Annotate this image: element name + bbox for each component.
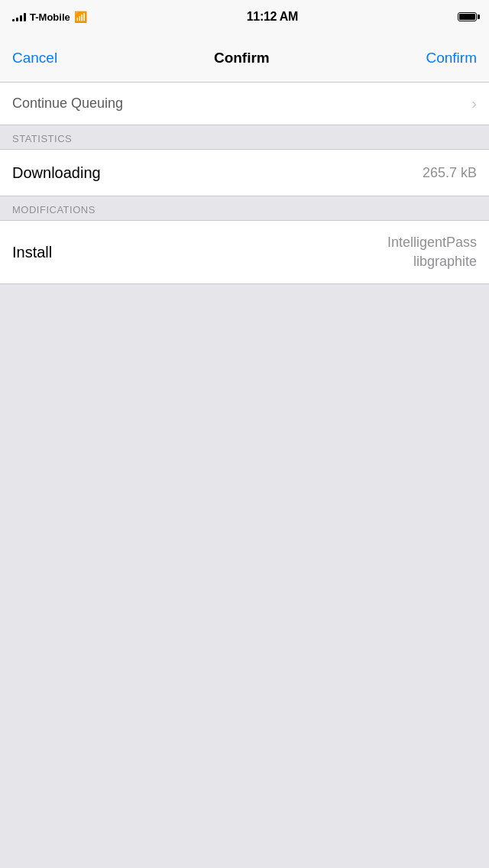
- chevron-right-icon: ›: [471, 95, 477, 112]
- status-bar: T-Mobile 📶 11:12 AM: [0, 0, 489, 34]
- statistics-table: Downloading 265.7 kB: [0, 149, 489, 196]
- confirm-button[interactable]: Confirm: [426, 50, 477, 66]
- install-value-2: libgraphite: [387, 252, 477, 271]
- continue-queuing-row[interactable]: Continue Queuing ›: [0, 83, 489, 125]
- statistics-section-header: STATISTICS: [0, 125, 489, 149]
- modifications-table: Install IntelligentPass libgraphite: [0, 220, 489, 284]
- time-display: 11:12 AM: [247, 10, 298, 24]
- nav-bar: Cancel Confirm Confirm: [0, 34, 489, 83]
- signal-bar-3: [20, 15, 22, 21]
- modifications-section-header: MODIFICATIONS: [0, 196, 489, 220]
- downloading-row: Downloading 265.7 kB: [0, 150, 489, 196]
- status-right: [458, 12, 477, 21]
- battery-fill: [459, 14, 475, 20]
- carrier-label: T-Mobile: [30, 11, 70, 23]
- cancel-button[interactable]: Cancel: [12, 50, 57, 66]
- install-row: Install IntelligentPass libgraphite: [0, 221, 489, 283]
- battery-icon: [458, 12, 477, 21]
- signal-bar-4: [24, 13, 26, 21]
- bottom-area: [0, 284, 489, 697]
- wifi-icon: 📶: [74, 11, 87, 23]
- downloading-label: Downloading: [12, 164, 101, 182]
- install-value-1: IntelligentPass: [387, 233, 477, 252]
- signal-bars: [12, 12, 26, 21]
- downloading-value: 265.7 kB: [423, 165, 477, 181]
- install-value: IntelligentPass libgraphite: [387, 233, 477, 271]
- nav-title: Confirm: [214, 50, 270, 66]
- status-left: T-Mobile 📶: [12, 11, 87, 23]
- install-label: Install: [12, 244, 52, 261]
- signal-bar-2: [16, 18, 18, 21]
- continue-queuing-label: Continue Queuing: [12, 96, 123, 112]
- signal-bar-1: [12, 19, 15, 21]
